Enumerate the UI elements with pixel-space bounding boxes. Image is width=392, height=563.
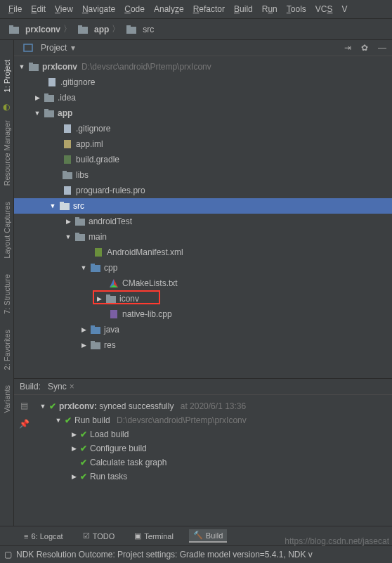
- arrow-down-icon[interactable]: ▼: [80, 264, 87, 271]
- tree-item-gitignore2[interactable]: .gitignore: [14, 121, 392, 136]
- check-icon: ✔: [80, 472, 87, 481]
- svg-rect-23: [75, 217, 79, 219]
- tree-item-appiml[interactable]: app.iml: [14, 136, 392, 152]
- close-icon[interactable]: ×: [70, 382, 74, 391]
- check-icon: ✔: [80, 458, 87, 467]
- collapse-all-icon[interactable]: ⇥: [344, 43, 351, 53]
- tab-layout-captures[interactable]: Layout Captures: [1, 196, 13, 264]
- svg-rect-36: [91, 325, 95, 328]
- svg-rect-6: [24, 44, 32, 51]
- tree-item-gitignore[interactable]: .gitignore: [14, 75, 392, 90]
- gear-icon[interactable]: ✿: [361, 43, 368, 53]
- svg-rect-34: [110, 310, 117, 318]
- status-icon[interactable]: ▢: [4, 550, 12, 559]
- menu-navigate[interactable]: Navigate: [78, 3, 119, 15]
- svg-rect-17: [63, 172, 72, 179]
- menu-code[interactable]: Code: [120, 3, 149, 15]
- tab-sync[interactable]: Sync×: [48, 382, 74, 391]
- tab-structure[interactable]: 7: Structure: [1, 268, 13, 320]
- build-configure[interactable]: ▶ ✔ Configure build: [37, 441, 389, 455]
- folder-icon: [74, 232, 86, 242]
- tab-todo[interactable]: ☑TODO: [79, 530, 119, 542]
- tree-item-cpp[interactable]: ▼ cpp: [14, 260, 392, 276]
- filter-icon[interactable]: ▤: [20, 401, 28, 410]
- arrow-right-icon[interactable]: ▶: [70, 431, 77, 438]
- tree-item-buildgradle[interactable]: build.gradle: [14, 152, 392, 167]
- menu-refactor[interactable]: Refactor: [189, 3, 229, 15]
- menu-build[interactable]: Build: [230, 3, 257, 15]
- menu-vcs[interactable]: VCS: [311, 3, 337, 15]
- tree-item-proguard[interactable]: proguard-rules.pro: [14, 183, 392, 198]
- project-pane-header: Project ▾ ⇥ ✿ —: [14, 40, 392, 56]
- tree-item-iconv[interactable]: ▶ iconv: [14, 291, 392, 306]
- tab-favorites[interactable]: 2: Favorites: [1, 324, 13, 375]
- menu-file[interactable]: File: [4, 3, 26, 15]
- arrow-right-icon[interactable]: ▶: [80, 326, 87, 333]
- tree-item-nativelib[interactable]: native-lib.cpp: [14, 306, 392, 322]
- arrow-right-icon[interactable]: ▶: [70, 473, 77, 480]
- arrow-down-icon[interactable]: ▼: [55, 417, 62, 424]
- source-folder-icon: [90, 263, 101, 273]
- arrow-right-icon[interactable]: ▶: [70, 445, 77, 452]
- tree-item-cmake[interactable]: CMakeLists.txt: [14, 276, 392, 291]
- chevron-down-icon[interactable]: ▾: [71, 43, 75, 53]
- menu-bar: File Edit View Navigate Code Analyze Ref…: [0, 0, 392, 19]
- tree-item-main[interactable]: ▼ main: [14, 229, 392, 245]
- menu-run[interactable]: Run: [258, 3, 282, 15]
- arrow-down-icon[interactable]: ▼: [18, 63, 25, 70]
- arrow-down-icon[interactable]: ▼: [39, 403, 46, 410]
- arrow-down-icon[interactable]: ▼: [49, 202, 56, 209]
- tab-logcat[interactable]: ≡6: Logcat: [20, 531, 67, 542]
- bc-root[interactable]: prxIconv: [25, 25, 60, 34]
- check-icon: ✔: [65, 415, 72, 425]
- tab-variants[interactable]: Variants: [1, 380, 13, 419]
- bc-src[interactable]: src: [143, 25, 154, 34]
- tab-build[interactable]: 🔨Build: [189, 529, 227, 543]
- tree-item-androidtest[interactable]: ▶ androidTest: [14, 214, 392, 229]
- menu-edit[interactable]: Edit: [27, 3, 50, 15]
- arrow-right-icon[interactable]: ▶: [34, 94, 41, 101]
- menu-tools[interactable]: Tools: [282, 3, 311, 15]
- arrow-down-icon[interactable]: ▼: [65, 233, 72, 240]
- tab-resource-manager[interactable]: Resource Manager: [1, 115, 13, 192]
- svg-rect-8: [29, 63, 33, 65]
- folder-icon: [126, 25, 137, 34]
- build-tabs: Build: Sync×: [14, 379, 392, 395]
- arrow-right-icon[interactable]: ▶: [65, 218, 72, 225]
- status-text: NDK Resolution Outcome: Project settings…: [16, 550, 313, 559]
- arrow-right-icon[interactable]: ▶: [80, 342, 87, 349]
- project-icon: [28, 62, 39, 72]
- tree-item-idea[interactable]: ▶ .idea: [14, 90, 392, 105]
- build-sidebar: ▤ 📌: [14, 395, 34, 540]
- menu-truncated[interactable]: V: [337, 3, 351, 15]
- tree-item-libs[interactable]: libs: [14, 167, 392, 183]
- tree-item-src[interactable]: ▼ src: [14, 198, 392, 214]
- build-load[interactable]: ▶ ✔ Load build: [37, 427, 389, 441]
- folder-icon: [90, 340, 101, 350]
- svg-rect-3: [78, 25, 82, 27]
- build-panel: Build: Sync× ▤ 📌 ▼ ✔ prxIconv: synced su…: [14, 378, 392, 540]
- build-calc[interactable]: ✔ Calculate task graph: [37, 455, 389, 470]
- tab-terminal[interactable]: ▣Terminal: [130, 530, 178, 542]
- arrow-down-icon[interactable]: ▼: [34, 110, 41, 117]
- menu-analyze[interactable]: Analyze: [150, 3, 188, 15]
- project-tree[interactable]: ▼ prxIconv D:\devsrc\android\Prtemp\prxI…: [14, 56, 392, 378]
- build-run-tasks[interactable]: ▶ ✔ Run tasks: [37, 470, 389, 484]
- menu-view[interactable]: View: [51, 3, 77, 15]
- build-root[interactable]: ▼ ✔ prxIconv: synced successfully at 202…: [37, 399, 389, 413]
- arrow-right-icon[interactable]: ▶: [96, 295, 103, 302]
- tab-project[interactable]: 1: Project: [1, 54, 13, 98]
- hide-icon[interactable]: —: [378, 43, 386, 53]
- svg-rect-27: [91, 265, 100, 272]
- bc-app[interactable]: app: [94, 25, 109, 34]
- tree-item-res[interactable]: ▶ res: [14, 337, 392, 353]
- build-tree[interactable]: ▼ ✔ prxIconv: synced successfully at 202…: [34, 395, 392, 540]
- pin-icon[interactable]: 📌: [19, 419, 30, 429]
- tree-item-manifest[interactable]: AndroidManifest.xml: [14, 245, 392, 260]
- tree-item-java[interactable]: ▶ java: [14, 322, 392, 337]
- svg-rect-11: [44, 93, 48, 96]
- tree-item-app[interactable]: ▼ app: [14, 105, 392, 121]
- build-run-build[interactable]: ▼ ✔ Run build D:\devsrc\android\Prtemp\p…: [37, 413, 389, 427]
- tree-root[interactable]: ▼ prxIconv D:\devsrc\android\Prtemp\prxI…: [14, 59, 392, 75]
- project-pane-title[interactable]: Project: [41, 43, 67, 53]
